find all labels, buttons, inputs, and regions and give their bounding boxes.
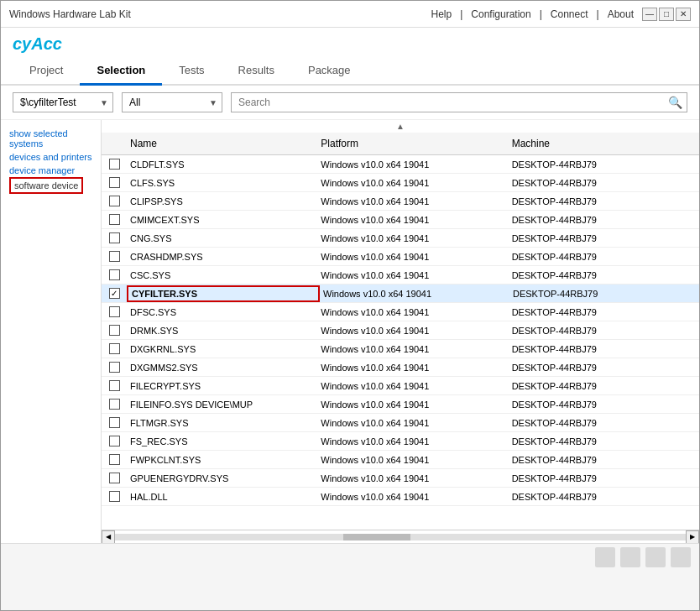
row-platform: Windows v10.0 x64 19041	[317, 195, 508, 208]
unchecked-checkbox[interactable]	[109, 399, 120, 410]
row-platform: Windows v10.0 x64 19041	[317, 232, 508, 245]
row-machine: DESKTOP-44RBJ79	[509, 398, 699, 411]
row-name: FS_REC.SYS	[127, 435, 317, 448]
table-row[interactable]: DXGKRNL.SYSWindows v10.0 x64 19041DESKTO…	[102, 340, 699, 358]
status-icon-4	[671, 547, 691, 567]
row-name: DFSC.SYS	[127, 306, 317, 319]
project-dropdown[interactable]: $\cyfilterTest	[13, 92, 113, 112]
row-name: CNG.SYS	[127, 232, 317, 245]
table-row[interactable]: GPUENERGYDRV.SYSWindows v10.0 x64 19041D…	[102, 469, 699, 488]
table-row[interactable]: CLFS.SYSWindows v10.0 x64 19041DESKTOP-4…	[102, 174, 699, 192]
sidebar-item-show-selected-systems[interactable]: show selected systems	[9, 127, 92, 150]
table-row[interactable]: DRMK.SYSWindows v10.0 x64 19041DESKTOP-4…	[102, 321, 699, 340]
unchecked-checkbox[interactable]	[109, 436, 120, 446]
minimize-button[interactable]: —	[642, 8, 657, 21]
search-input[interactable]	[231, 92, 687, 112]
menu-connect[interactable]: Connect	[551, 8, 588, 20]
unchecked-checkbox[interactable]	[109, 325, 120, 336]
row-name: FLTMGR.SYS	[127, 416, 317, 430]
menu-about[interactable]: About	[608, 8, 634, 20]
unchecked-checkbox[interactable]	[109, 196, 120, 206]
window-controls: — □ ✕	[642, 8, 691, 21]
filter-dropdown[interactable]: All	[122, 92, 222, 112]
unchecked-checkbox[interactable]	[109, 491, 120, 502]
table-row[interactable]: CLDFLT.SYSWindows v10.0 x64 19041DESKTOP…	[102, 155, 699, 174]
table-row[interactable]: CSC.SYSWindows v10.0 x64 19041DESKTOP-44…	[102, 266, 699, 285]
row-checkbox[interactable]	[102, 417, 127, 428]
row-platform: Windows v10.0 x64 19041	[317, 306, 508, 319]
table-row[interactable]: FWPKCLNT.SYSWindows v10.0 x64 19041DESKT…	[102, 451, 699, 469]
unchecked-checkbox[interactable]	[109, 269, 120, 280]
tab-selection[interactable]: Selection	[80, 57, 162, 86]
sidebar: show selected systems devices and printe…	[1, 120, 102, 543]
table-row[interactable]: CNG.SYSWindows v10.0 x64 19041DESKTOP-44…	[102, 229, 699, 248]
unchecked-checkbox[interactable]	[109, 159, 120, 170]
row-platform: Windows v10.0 x64 19041	[317, 269, 508, 282]
unchecked-checkbox[interactable]	[109, 232, 120, 243]
tab-project[interactable]: Project	[13, 57, 80, 86]
row-checkbox[interactable]	[102, 343, 127, 354]
unchecked-checkbox[interactable]	[109, 343, 120, 354]
row-machine: DESKTOP-44RBJ79	[509, 472, 699, 485]
table-row[interactable]: CMIMCEXT.SYSWindows v10.0 x64 19041DESKT…	[102, 211, 699, 229]
table-row[interactable]: ✓CYFILTER.SYSWindows v10.0 x64 19041DESK…	[102, 285, 699, 303]
row-checkbox[interactable]	[102, 269, 127, 280]
unchecked-checkbox[interactable]	[109, 251, 120, 262]
sidebar-item-software-device[interactable]: software device	[9, 177, 83, 194]
sidebar-item-devices-and-printers[interactable]: devices and printers	[9, 150, 92, 164]
row-checkbox[interactable]: ✓	[102, 288, 127, 299]
unchecked-checkbox[interactable]	[109, 306, 120, 317]
table-row[interactable]: CRASHDMP.SYSWindows v10.0 x64 19041DESKT…	[102, 248, 699, 266]
unchecked-checkbox[interactable]	[109, 417, 120, 428]
maximize-button[interactable]: □	[659, 8, 674, 21]
unchecked-checkbox[interactable]	[109, 380, 120, 391]
scroll-left-button[interactable]: ◀	[102, 530, 115, 544]
sidebar-item-device-manager[interactable]: device manager	[9, 164, 92, 177]
row-checkbox[interactable]	[102, 436, 127, 446]
row-checkbox[interactable]	[102, 380, 127, 391]
close-button[interactable]: ✕	[676, 8, 691, 21]
unchecked-checkbox[interactable]	[109, 362, 120, 373]
unchecked-checkbox[interactable]	[109, 473, 120, 483]
row-machine: DESKTOP-44RBJ79	[509, 416, 699, 430]
unchecked-checkbox[interactable]	[109, 454, 120, 465]
row-platform: Windows v10.0 x64 19041	[317, 379, 508, 393]
menu-configuration[interactable]: Configuration	[471, 8, 530, 20]
tab-package[interactable]: Package	[291, 57, 368, 86]
row-checkbox[interactable]	[102, 454, 127, 465]
row-checkbox[interactable]	[102, 325, 127, 336]
row-checkbox[interactable]	[102, 399, 127, 410]
table-row[interactable]: CLIPSP.SYSWindows v10.0 x64 19041DESKTOP…	[102, 192, 699, 211]
row-checkbox[interactable]	[102, 196, 127, 206]
table-row[interactable]: FS_REC.SYSWindows v10.0 x64 19041DESKTOP…	[102, 432, 699, 451]
table-row[interactable]: DFSC.SYSWindows v10.0 x64 19041DESKTOP-4…	[102, 303, 699, 321]
row-checkbox[interactable]	[102, 473, 127, 483]
row-name: CLFS.SYS	[127, 176, 317, 190]
table-row[interactable]: FLTMGR.SYSWindows v10.0 x64 19041DESKTOP…	[102, 414, 699, 432]
row-checkbox[interactable]	[102, 159, 127, 170]
row-checkbox[interactable]	[102, 491, 127, 502]
table-body[interactable]: CLDFLT.SYSWindows v10.0 x64 19041DESKTOP…	[102, 155, 699, 530]
tab-tests[interactable]: Tests	[162, 57, 221, 86]
row-checkbox[interactable]	[102, 306, 127, 317]
row-machine: DESKTOP-44RBJ79	[509, 213, 699, 227]
row-checkbox[interactable]	[102, 177, 127, 188]
menu-help[interactable]: Help	[431, 8, 452, 20]
checked-checkbox[interactable]: ✓	[109, 288, 120, 299]
th-name[interactable]: Name	[127, 136, 317, 151]
tab-results[interactable]: Results	[222, 57, 291, 86]
scroll-right-button[interactable]: ▶	[686, 530, 699, 544]
unchecked-checkbox[interactable]	[109, 214, 120, 225]
scroll-thumb[interactable]	[343, 534, 410, 540]
title-bar: Windows Hardware Lab Kit Help | Configur…	[1, 1, 699, 28]
row-name: FILEINFO.SYS DEVICE\MUP	[127, 398, 317, 411]
row-checkbox[interactable]	[102, 232, 127, 243]
table-row[interactable]: DXGMMS2.SYSWindows v10.0 x64 19041DESKTO…	[102, 358, 699, 377]
row-checkbox[interactable]	[102, 362, 127, 373]
row-checkbox[interactable]	[102, 214, 127, 225]
table-row[interactable]: HAL.DLLWindows v10.0 x64 19041DESKTOP-44…	[102, 488, 699, 506]
unchecked-checkbox[interactable]	[109, 177, 120, 188]
table-row[interactable]: FILECRYPT.SYSWindows v10.0 x64 19041DESK…	[102, 377, 699, 395]
table-row[interactable]: FILEINFO.SYS DEVICE\MUPWindows v10.0 x64…	[102, 395, 699, 414]
row-checkbox[interactable]	[102, 251, 127, 262]
